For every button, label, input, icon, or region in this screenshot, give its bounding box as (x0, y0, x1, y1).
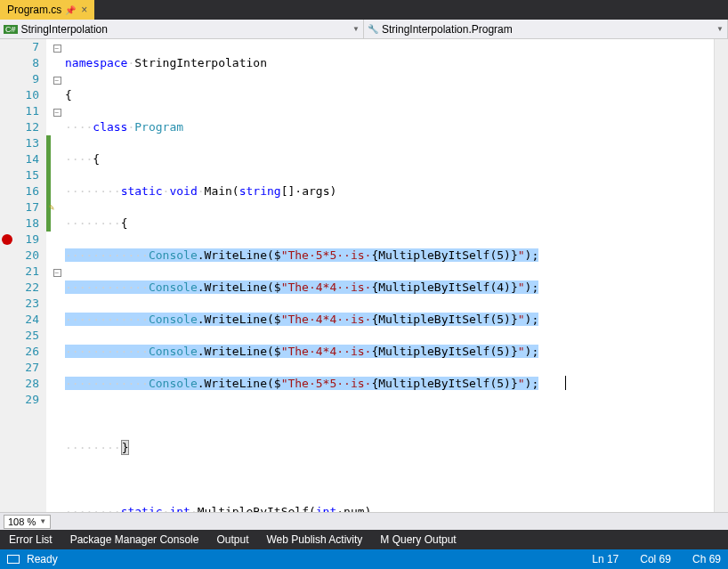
tab-bar: Program.cs 📌 × (0, 0, 728, 20)
member-label: StringInterpolation.Program (382, 23, 513, 36)
status-ready: Ready (27, 553, 58, 565)
bottom-panel-tabs: Error List Package Manager Console Outpu… (0, 530, 728, 549)
scope-label: StringInterpolation (21, 23, 108, 36)
line-number: 27 (18, 360, 39, 376)
fold-icon[interactable]: − (53, 77, 61, 85)
panel-tab-pmc[interactable]: Package Manager Console (61, 530, 208, 549)
chevron-down-icon: ▼ (39, 517, 46, 525)
csharp-icon: C# (4, 25, 18, 34)
fold-icon[interactable]: − (53, 109, 61, 117)
panel-tab-mquery[interactable]: M Query Output (371, 530, 465, 549)
edit-marker-icon: ✎ (49, 199, 54, 215)
line-number: 11 (18, 103, 39, 119)
line-number: 7 (18, 39, 39, 55)
line-number: 29 (18, 392, 39, 408)
zoom-value: 108 % (8, 516, 36, 527)
line-number: 18 (18, 215, 39, 232)
line-number: 16 (18, 183, 39, 199)
line-number: 26 (18, 344, 39, 360)
zoom-combo[interactable]: 108 % ▼ (4, 515, 51, 529)
line-number: 21 (18, 264, 39, 280)
line-number: 17 (18, 199, 39, 215)
status-char: Ch 69 (692, 553, 721, 565)
line-number: 9 (18, 71, 39, 87)
fold-icon[interactable]: − (53, 45, 61, 53)
line-number: 14 (18, 151, 39, 167)
line-number: 19 (18, 232, 39, 248)
fold-icon[interactable]: − (53, 269, 61, 277)
line-number: 15 (18, 167, 39, 183)
status-line: Ln 17 (592, 553, 619, 565)
text-cursor (565, 376, 566, 390)
fold-column[interactable]: − − − ✎ − (51, 39, 63, 512)
pin-icon[interactable]: 📌 (65, 5, 76, 15)
line-number: 12 (18, 119, 39, 135)
window-icon (7, 555, 20, 564)
chevron-down-icon: ▼ (352, 25, 360, 33)
file-tab[interactable]: Program.cs 📌 × (0, 0, 94, 20)
line-number: 13 (18, 135, 39, 151)
vertical-scrollbar[interactable] (714, 39, 728, 512)
code-text[interactable]: namespace·StringInterpolation { ····clas… (63, 39, 728, 512)
line-number: 8 (18, 55, 39, 71)
line-number: 28 (18, 376, 39, 392)
panel-tab-web-publish[interactable]: Web Publish Activity (257, 530, 371, 549)
line-number: 25 (18, 328, 39, 344)
nav-bar: C# StringInterpolation ▼ 🔧 StringInterpo… (0, 20, 728, 39)
zoom-bar: 108 % ▼ (0, 512, 728, 530)
code-editor[interactable]: 7 8 9 10 11 12 13 14 15 16 17 18 19 20 2… (0, 39, 728, 512)
breakpoint-icon[interactable] (2, 234, 12, 245)
chevron-down-icon: ▼ (716, 25, 724, 33)
wrench-icon: 🔧 (368, 24, 378, 34)
member-combo[interactable]: 🔧 StringInterpolation.Program ▼ (364, 20, 728, 38)
panel-tab-output[interactable]: Output (207, 530, 257, 549)
scope-combo[interactable]: C# StringInterpolation ▼ (0, 20, 364, 38)
line-number: 10 (18, 87, 39, 103)
line-number: 22 (18, 280, 39, 296)
breakpoint-margin[interactable] (0, 39, 14, 512)
line-number: 23 (18, 296, 39, 312)
line-number: 20 (18, 248, 39, 264)
status-bar: Ready Ln 17 Col 69 Ch 69 (0, 549, 728, 569)
line-numbers: 7 8 9 10 11 12 13 14 15 16 17 18 19 20 2… (14, 39, 46, 512)
panel-tab-error-list[interactable]: Error List (0, 530, 61, 549)
close-icon[interactable]: × (81, 4, 87, 16)
status-col: Col 69 (640, 553, 671, 565)
line-number: 24 (18, 312, 39, 328)
tab-label: Program.cs (7, 4, 61, 16)
